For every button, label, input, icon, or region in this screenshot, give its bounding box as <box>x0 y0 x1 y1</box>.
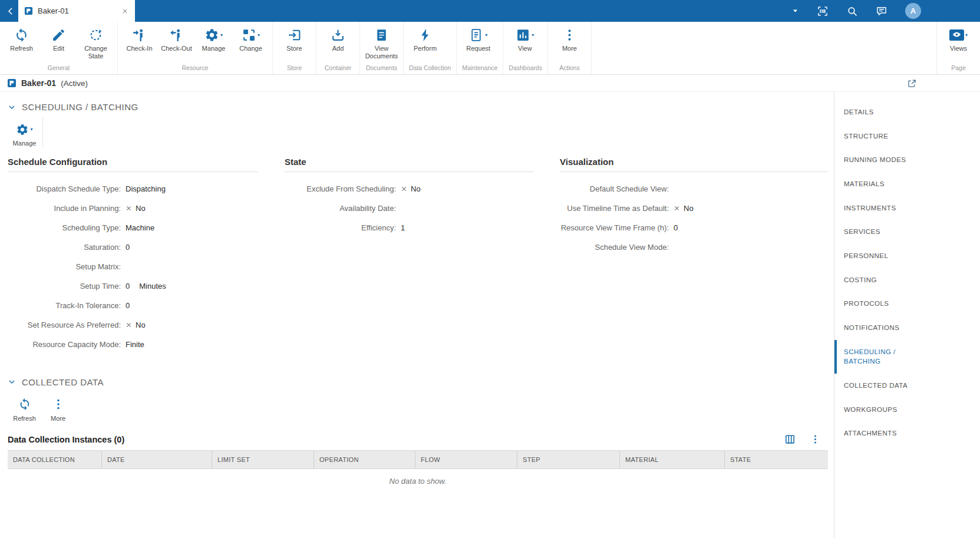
field-row: Include in Planning: No <box>8 199 285 218</box>
toolbar-button[interactable]: ▾ Manage <box>8 118 41 147</box>
more-icon <box>562 28 577 42</box>
search-icon[interactable] <box>846 5 858 17</box>
ribbon-button[interactable]: ▾ Refresh <box>3 22 40 63</box>
back-chevron-icon[interactable] <box>5 6 16 16</box>
ribbon-button[interactable]: ▾ Store <box>276 22 313 63</box>
sidebar-item[interactable]: SERVICES <box>834 220 922 244</box>
ribbon-group: ▾ Store Store <box>273 22 316 74</box>
views-button[interactable]: ▾ Views <box>940 22 977 63</box>
sidebar-item[interactable]: STRUCTURE <box>834 124 922 148</box>
sidebar-item[interactable]: INSTRUMENTS <box>834 196 922 220</box>
sidebar-item[interactable]: NOTIFICATIONS <box>834 316 922 340</box>
ribbon-group-caption: General <box>3 63 114 74</box>
ribbon-button[interactable]: ▾ Check-In <box>121 22 158 63</box>
page-title: Baker-01 <box>21 78 56 88</box>
field-row: Setup Matrix: <box>8 257 285 276</box>
ribbon-button[interactable]: ▾ View <box>506 22 543 63</box>
resource-icon <box>24 6 33 15</box>
field-value-text: No <box>684 204 694 213</box>
columns-icon[interactable] <box>784 434 796 445</box>
field-value-text: Finite <box>126 340 144 349</box>
field-value: No <box>674 204 694 213</box>
column-header[interactable]: LIMIT SET <box>212 451 314 468</box>
field-value: 0 <box>126 243 130 252</box>
column-header[interactable]: MATERIAL <box>620 451 725 468</box>
main-content: SCHEDULING / BATCHING ▾ Manage Schedule … <box>0 92 834 538</box>
ribbon-button[interactable]: ▾ Change <box>232 22 269 63</box>
popout-icon[interactable] <box>907 78 917 88</box>
close-tab-icon[interactable] <box>121 7 129 15</box>
caret-down-icon: ▾ <box>258 33 260 38</box>
ribbon-button[interactable]: ▾ Perform <box>407 22 444 63</box>
more-options-icon[interactable] <box>810 434 821 445</box>
sidebar-item[interactable]: COLLECTED DATA <box>834 374 922 398</box>
x-icon <box>126 205 132 212</box>
scan-icon[interactable] <box>817 5 829 17</box>
ribbon-button-label: Manage <box>202 45 226 52</box>
column-header[interactable]: FLOW <box>415 451 517 468</box>
topbar-actions: A <box>791 3 980 19</box>
sidebar-item[interactable]: DETAILS <box>834 100 922 124</box>
sidebar-item[interactable]: MATERIALS <box>834 172 922 196</box>
field-label: Exclude From Scheduling: <box>285 184 401 193</box>
ribbon-button[interactable]: ▾ Add <box>319 22 357 63</box>
ribbon-button-label: Request <box>466 45 490 52</box>
column-header[interactable]: DATE <box>102 451 212 468</box>
field-row: Availability Date: <box>285 199 560 218</box>
toolbar-button[interactable]: ▾ Refresh <box>8 393 41 423</box>
ribbon-button-label: Edit <box>53 45 64 52</box>
field-row: Use Timeline Time as Default: No <box>560 199 828 218</box>
tab-baker-01[interactable]: Baker-01 <box>18 0 135 22</box>
toolbar-button-label: Manage <box>13 140 37 147</box>
ribbon-button[interactable]: ▾ More <box>551 22 588 63</box>
column-header[interactable]: DATA COLLECTION <box>8 451 102 468</box>
field-group: Schedule Configuration Dispatch Schedule… <box>8 157 285 354</box>
toolbar-button[interactable]: ▾ More <box>41 393 75 423</box>
page-nav-sidebar: DETAILS STRUCTURE RUNNING MODES MATERIAL… <box>834 92 980 538</box>
ribbon-button[interactable]: ▾ Edit <box>40 22 77 63</box>
ribbon-button[interactable]: ▾ Check-Out <box>158 22 195 63</box>
field-value: No <box>126 204 146 213</box>
sidebar-item[interactable]: WORKGROUPS <box>834 398 922 422</box>
column-header[interactable]: STEP <box>517 451 620 468</box>
field-row: Setup Time: 0 Minutes <box>8 276 285 296</box>
field-group: State Exclude From Scheduling: No <box>285 157 560 354</box>
sidebar-item[interactable]: SCHEDULING / BATCHING <box>834 340 922 374</box>
caret-down-icon[interactable] <box>791 7 799 15</box>
gear-icon <box>204 28 219 42</box>
sidebar-item[interactable]: RUNNING MODES <box>834 148 922 172</box>
column-header[interactable]: STATE <box>725 451 828 468</box>
check-in-icon <box>132 28 147 42</box>
top-bar: Baker-01 A <box>0 0 980 22</box>
field-value: Machine <box>126 223 154 232</box>
sidebar-item[interactable]: PERSONNEL <box>834 244 922 268</box>
ribbon-button[interactable]: ▾ Change State <box>77 22 114 63</box>
avatar[interactable]: A <box>905 3 921 19</box>
ribbon-button[interactable]: ▾ Manage <box>195 22 232 63</box>
sidebar-item[interactable]: COSTING <box>834 268 922 292</box>
ribbon-button-label: More <box>562 45 577 52</box>
field-value-text: 0 <box>126 243 130 252</box>
field-value: 0 <box>674 223 678 232</box>
section-collected-data-header[interactable]: COLLECTED DATA <box>0 367 834 390</box>
chevron-down-icon <box>8 378 16 386</box>
field-group-title: Visualization <box>560 157 828 172</box>
ribbon-group-page: ▾ Views Page <box>936 22 980 74</box>
section-scheduling-header[interactable]: SCHEDULING / BATCHING <box>0 92 834 114</box>
views-icon <box>949 28 964 42</box>
ribbon-group: ▾ More Actions <box>548 22 592 74</box>
field-group-title: Schedule Configuration <box>8 157 258 172</box>
field-row: Track-In Tolerance: 0 <box>8 296 285 315</box>
sidebar-item[interactable]: ATTACHMENTS <box>834 421 922 445</box>
field-value-text: No <box>411 184 421 193</box>
ribbon-group: ▾ Refresh ▾ Edit <box>0 22 118 74</box>
caret-down-icon: ▾ <box>30 127 32 132</box>
column-header[interactable]: OPERATION <box>314 451 415 468</box>
title-bar: Baker-01 (Active) <box>0 75 980 92</box>
sidebar-item[interactable]: PROTOCOLS <box>834 292 922 316</box>
ribbon-button-label: Change <box>239 45 262 52</box>
ribbon-button[interactable]: ▾ Request <box>460 22 497 63</box>
chat-icon[interactable] <box>876 5 887 17</box>
ribbon-group-caption: Data Collection <box>407 63 453 74</box>
ribbon-button[interactable]: ▾ View Documents <box>363 22 400 63</box>
